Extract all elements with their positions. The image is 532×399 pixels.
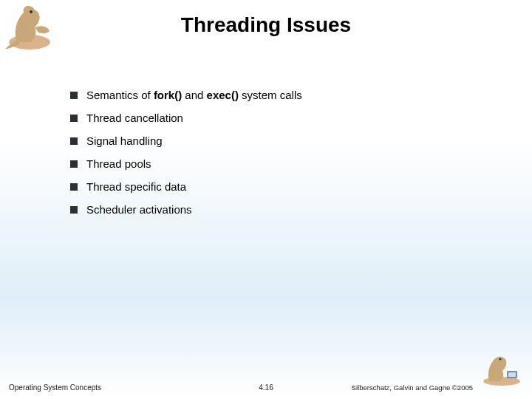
list-item: Thread pools xyxy=(70,157,488,170)
list-item: Semantics of fork() and exec() system ca… xyxy=(70,89,488,101)
list-item: Signal handling xyxy=(70,134,488,147)
bullet-list: Semantics of fork() and exec() system ca… xyxy=(70,89,488,226)
square-bullet-icon xyxy=(70,160,78,168)
square-bullet-icon xyxy=(70,183,78,191)
slide-footer: Operating System Concepts 4.16 Silbersch… xyxy=(0,378,532,392)
list-item: Thread specific data xyxy=(70,180,488,193)
slide-title: Threading Issues xyxy=(0,13,532,37)
square-bullet-icon xyxy=(70,92,78,99)
list-item: Scheduler activations xyxy=(70,203,488,216)
list-item-text: Thread pools xyxy=(86,157,151,170)
list-item-text: Signal handling xyxy=(86,134,163,147)
svg-rect-5 xyxy=(508,372,516,377)
list-item-text: Scheduler activations xyxy=(86,203,192,216)
list-item-text: Thread cancellation xyxy=(86,112,183,124)
list-item-text: Thread specific data xyxy=(86,180,186,193)
square-bullet-icon xyxy=(70,206,78,214)
list-item: Thread cancellation xyxy=(70,112,488,124)
list-item-text: Semantics of fork() and exec() system ca… xyxy=(86,89,302,101)
square-bullet-icon xyxy=(70,115,78,122)
square-bullet-icon xyxy=(70,137,78,145)
footer-copyright: Silberschatz, Galvin and Gagne ©2005 xyxy=(352,383,473,392)
svg-point-3 xyxy=(499,358,502,361)
